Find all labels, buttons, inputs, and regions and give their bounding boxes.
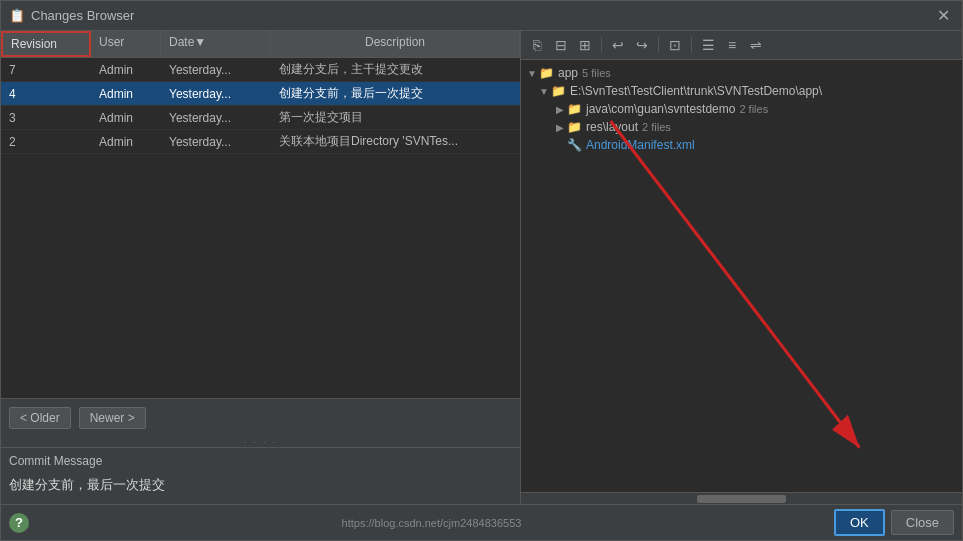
table-header: Revision User Date▼ Description (1, 31, 520, 58)
tree-item-java[interactable]: ▶ 📁 java\com\guan\svntestdemo 2 files (521, 100, 962, 118)
title-bar: 📋 Changes Browser ✕ (1, 1, 962, 31)
right-scrollbar[interactable] (521, 492, 962, 504)
tree-item-app[interactable]: ▼ 📁 app 5 files (521, 64, 962, 82)
cell-date: Yesterday... (161, 61, 271, 79)
layout-icon[interactable]: ☰ (698, 35, 718, 55)
toolbar-separator (658, 37, 659, 53)
older-button[interactable]: < Older (9, 407, 71, 429)
th-date[interactable]: Date▼ (161, 31, 271, 57)
folder-icon: 📁 (551, 84, 566, 98)
expand-icon: ▶ (553, 104, 567, 115)
toolbar-separator (601, 37, 602, 53)
xml-file-icon: 🔧 (567, 138, 582, 152)
tree-label: res\layout (586, 120, 638, 134)
cell-user: Admin (91, 61, 161, 79)
commit-label: Commit Message (9, 454, 512, 468)
sort-icon[interactable]: ≡ (722, 35, 742, 55)
copy-icon[interactable]: ⎘ (527, 35, 547, 55)
cell-description: 创建分支前，最后一次提交 (271, 83, 520, 104)
newer-button[interactable]: Newer > (79, 407, 146, 429)
split-icon[interactable]: ⇌ (746, 35, 766, 55)
tree-label: java\com\guan\svntestdemo (586, 102, 735, 116)
right-panel: ⎘ ⊟ ⊞ ↩ ↪ ⊡ ☰ ≡ ⇌ ▼ 📁 app 5 files (521, 31, 962, 504)
th-description[interactable]: Description (271, 31, 520, 57)
tree-item-manifest[interactable]: 🔧 AndroidManifest.xml (521, 136, 962, 154)
cell-revision: 4 (1, 85, 91, 103)
cell-user: Admin (91, 133, 161, 151)
th-revision[interactable]: Revision (1, 31, 91, 57)
window-icon: 📋 (9, 8, 25, 24)
tree-item-path[interactable]: ▼ 📁 E:\SvnTest\TestClient\trunk\SVNTestD… (521, 82, 962, 100)
window-close-button[interactable]: ✕ (933, 6, 954, 25)
folder-icon: 📁 (539, 66, 554, 80)
redo-icon[interactable]: ↪ (632, 35, 652, 55)
table-row[interactable]: 2 Admin Yesterday... 关联本地项目Directory 'SV… (1, 130, 520, 154)
folder-icon: 📁 (567, 102, 582, 116)
tree-count: 2 files (642, 121, 671, 133)
bottom-left: ? (9, 513, 29, 533)
commit-message: 创建分支前，最后一次提交 (9, 472, 512, 498)
cell-user: Admin (91, 109, 161, 127)
table-row[interactable]: 7 Admin Yesterday... 创建分支后，主干提交更改 (1, 58, 520, 82)
changes-browser-window: 📋 Changes Browser ✕ Revision User Date▼ … (0, 0, 963, 541)
commit-section: Commit Message 创建分支前，最后一次提交 (1, 447, 520, 504)
table-area: Revision User Date▼ Description 7 Admin … (1, 31, 520, 398)
cell-user: Admin (91, 85, 161, 103)
tree-count: 2 files (739, 103, 768, 115)
expand-icon: ▼ (537, 86, 551, 97)
cell-revision: 2 (1, 133, 91, 151)
bottom-right: OK Close (834, 509, 954, 536)
expand-icon: ▶ (553, 122, 567, 133)
drag-handle[interactable]: · · · · (1, 437, 520, 447)
help-button[interactable]: ? (9, 513, 29, 533)
table-row[interactable]: 4 Admin Yesterday... 创建分支前，最后一次提交 (1, 82, 520, 106)
diff2-icon[interactable]: ⊞ (575, 35, 595, 55)
close-button[interactable]: Close (891, 510, 954, 535)
bottom-bar: ? https://blog.csdn.net/cjm2484836553 OK… (1, 504, 962, 540)
cell-description: 关联本地项目Directory 'SVNTes... (271, 131, 520, 152)
table-body: 7 Admin Yesterday... 创建分支后，主干提交更改 4 Admi… (1, 58, 520, 398)
cell-revision: 3 (1, 109, 91, 127)
undo-icon[interactable]: ↩ (608, 35, 628, 55)
tree-count: 5 files (582, 67, 611, 79)
tree-label: AndroidManifest.xml (586, 138, 695, 152)
url-label: https://blog.csdn.net/cjm2484836553 (342, 517, 522, 529)
main-content: Revision User Date▼ Description 7 Admin … (1, 31, 962, 504)
folder-icon: 📁 (567, 120, 582, 134)
cell-date: Yesterday... (161, 85, 271, 103)
ok-button[interactable]: OK (834, 509, 885, 536)
window-title: Changes Browser (31, 8, 134, 23)
th-user[interactable]: User (91, 31, 161, 57)
filter-icon[interactable]: ⊡ (665, 35, 685, 55)
cell-date: Yesterday... (161, 109, 271, 127)
cell-description: 第一次提交项目 (271, 107, 520, 128)
cell-revision: 7 (1, 61, 91, 79)
tree-item-res[interactable]: ▶ 📁 res\layout 2 files (521, 118, 962, 136)
cell-description: 创建分支后，主干提交更改 (271, 59, 520, 80)
diff-icon[interactable]: ⊟ (551, 35, 571, 55)
title-bar-left: 📋 Changes Browser (9, 8, 134, 24)
toolbar-separator (691, 37, 692, 53)
pagination: < Older Newer > (1, 398, 520, 437)
scrollbar-thumb[interactable] (697, 495, 785, 503)
tree-label: app (558, 66, 578, 80)
left-panel: Revision User Date▼ Description 7 Admin … (1, 31, 521, 504)
cell-date: Yesterday... (161, 133, 271, 151)
table-row[interactable]: 3 Admin Yesterday... 第一次提交项目 (1, 106, 520, 130)
file-tree: ▼ 📁 app 5 files ▼ 📁 E:\SvnTest\TestClien… (521, 60, 962, 492)
tree-label: E:\SvnTest\TestClient\trunk\SVNTestDemo\… (570, 84, 822, 98)
expand-icon: ▼ (525, 68, 539, 79)
right-toolbar: ⎘ ⊟ ⊞ ↩ ↪ ⊡ ☰ ≡ ⇌ (521, 31, 962, 60)
